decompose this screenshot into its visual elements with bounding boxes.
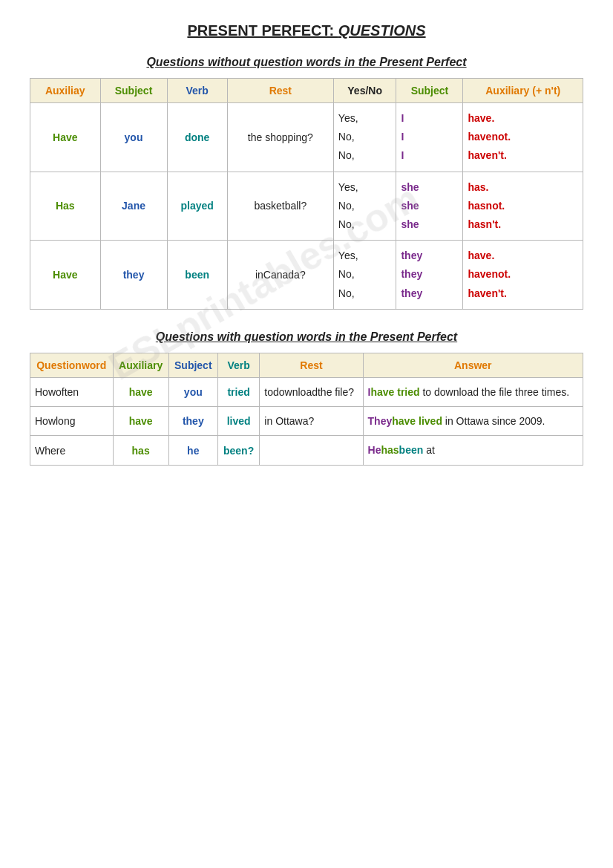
row2-subject-0: you <box>168 377 217 406</box>
row2-qword-1: Howlong <box>30 407 114 436</box>
th-auxiliary-nt: Auxiliary (+ n't) <box>463 79 583 103</box>
row2-answer-2: Hehasbeen at <box>363 436 583 465</box>
th-verb1: Verb <box>167 79 227 103</box>
row2-rest-2 <box>260 436 363 465</box>
th-auxiliary2: Auxiliary <box>113 353 168 377</box>
page-title: PRESENT PERFECT: QUESTIONS <box>30 22 583 39</box>
row-rest-1: basketball? <box>227 172 333 241</box>
row-rest-0: the shopping? <box>227 103 333 172</box>
row-subjects-1: shesheshe <box>396 172 463 241</box>
row2-rest-0: todownloadthe file? <box>260 377 363 406</box>
row2-answer-1: Theyhave lived in Ottawa since 2009. <box>363 407 583 436</box>
row2-aux-2: has <box>113 436 168 465</box>
row2-aux-0: have <box>113 377 168 406</box>
row-aux-2: Have <box>30 241 101 310</box>
row-subjects-2: theytheythey <box>396 241 463 310</box>
th-rest1: Rest <box>227 79 333 103</box>
row-subjects-0: III <box>396 103 463 172</box>
row-answers-1: has.hasnot.hasn't. <box>463 172 583 241</box>
section2-table: Questionword Auxiliary Subject Verb Rest… <box>30 353 583 466</box>
th-auxiliay: Auxiliay <box>30 79 101 103</box>
row-aux-0: Have <box>30 103 101 172</box>
row-yesno-0: Yes,No,No, <box>333 103 396 172</box>
row-verb-2: been <box>167 241 227 310</box>
th-subject3: Subject <box>168 353 217 377</box>
row-verb-0: done <box>167 103 227 172</box>
row-answers-2: have.havenot.haven't. <box>463 241 583 310</box>
row2-subject-2: he <box>168 436 217 465</box>
row2-qword-0: Howoften <box>30 377 114 406</box>
row2-verb-1: lived <box>217 407 259 436</box>
th-questionword: Questionword <box>30 353 114 377</box>
section1-title: Questions without question words in the … <box>30 56 583 69</box>
row2-rest-1: in Ottawa? <box>260 407 363 436</box>
th-subject1: Subject <box>100 79 167 103</box>
row2-aux-1: have <box>113 407 168 436</box>
row-aux-1: Has <box>30 172 101 241</box>
row-yesno-2: Yes,No,No, <box>333 241 396 310</box>
row-rest-2: inCanada? <box>227 241 333 310</box>
section1-table: Auxiliay Subject Verb Rest Yes/No Subjec… <box>30 78 583 310</box>
th-verb2: Verb <box>217 353 259 377</box>
th-rest2: Rest <box>260 353 363 377</box>
section2-title: Questions with question words in the Pre… <box>30 330 583 344</box>
th-answer: Answer <box>363 353 583 377</box>
row-subject-1: Jane <box>100 172 167 241</box>
row-subject-0: you <box>100 103 167 172</box>
row2-answer-0: Ihave tried to download the file three t… <box>363 377 583 406</box>
row2-subject-1: they <box>168 407 217 436</box>
row-answers-0: have.havenot.haven't. <box>463 103 583 172</box>
row2-verb-2: been? <box>217 436 259 465</box>
th-subject2: Subject <box>396 79 463 103</box>
row2-qword-2: Where <box>30 436 114 465</box>
row-yesno-1: Yes,No,No, <box>333 172 396 241</box>
row2-verb-0: tried <box>217 377 259 406</box>
row-verb-1: played <box>167 172 227 241</box>
th-yesno: Yes/No <box>333 79 396 103</box>
row-subject-2: they <box>100 241 167 310</box>
